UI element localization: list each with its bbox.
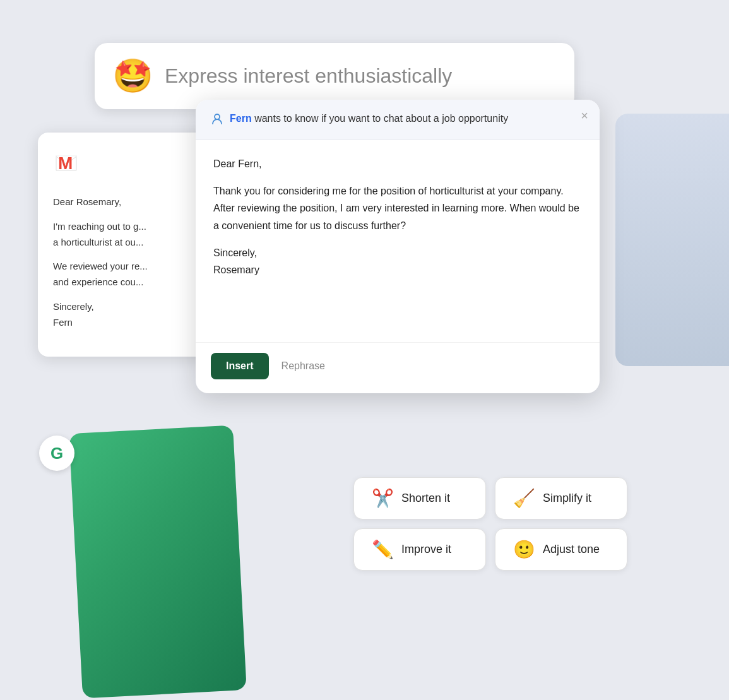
rephrase-button[interactable]: Rephrase bbox=[282, 360, 325, 372]
broom-icon: 🧹 bbox=[513, 488, 535, 509]
fern-name: Fern bbox=[230, 113, 252, 124]
action-buttons-container: ✂️ Shorten it 🧹 Simplify it ✏️ Improve i… bbox=[353, 477, 627, 571]
gmail-body-text: Dear Rosemary, I'm reaching out to g...a… bbox=[53, 194, 206, 330]
email-closing: Sincerely, Rosemary bbox=[213, 244, 582, 278]
shorten-it-button[interactable]: ✂️ Shorten it bbox=[353, 477, 486, 519]
excited-emoji-icon: 🤩 bbox=[112, 57, 153, 95]
fern-message: Fern wants to know if you want to chat a… bbox=[230, 111, 508, 126]
improve-it-button[interactable]: ✏️ Improve it bbox=[353, 528, 486, 571]
email-footer: Insert Rephrase bbox=[196, 342, 600, 393]
smiley-icon: 🙂 bbox=[513, 539, 535, 560]
gmail-logo-icon: M bbox=[53, 150, 206, 183]
adjust-tone-button[interactable]: 🙂 Adjust tone bbox=[495, 528, 627, 571]
grammarly-bg-card bbox=[69, 425, 247, 698]
scissors-icon: ✂️ bbox=[372, 488, 394, 509]
action-row-2: ✏️ Improve it 🙂 Adjust tone bbox=[353, 528, 627, 571]
shorten-it-label: Shorten it bbox=[401, 492, 450, 505]
insert-button[interactable]: Insert bbox=[211, 353, 269, 379]
email-greeting: Dear Fern, bbox=[213, 155, 582, 172]
close-button[interactable]: × bbox=[581, 109, 588, 123]
sparkle-pencil-icon: ✏️ bbox=[372, 539, 394, 560]
main-reply-card: × Fern wants to know if you want to chat… bbox=[196, 100, 600, 393]
action-row-1: ✂️ Shorten it 🧹 Simplify it bbox=[353, 477, 627, 519]
gmail-card: M Dear Rosemary, I'm reaching out to g..… bbox=[38, 133, 221, 357]
simplify-it-button[interactable]: 🧹 Simplify it bbox=[495, 477, 627, 519]
fern-banner: Fern wants to know if you want to chat a… bbox=[196, 100, 600, 140]
person-icon bbox=[211, 112, 223, 128]
svg-point-2 bbox=[215, 114, 220, 119]
email-body: Dear Fern, Thank you for considering me … bbox=[196, 140, 600, 342]
background-decoration bbox=[615, 114, 729, 366]
improve-it-label: Improve it bbox=[401, 543, 451, 556]
fern-message-text: wants to know if you want to chat about … bbox=[254, 113, 508, 124]
express-interest-title: Express interest enthusiastically bbox=[165, 64, 452, 88]
grammarly-logo: G bbox=[39, 436, 74, 471]
adjust-tone-label: Adjust tone bbox=[543, 543, 600, 556]
email-paragraph: Thank you for considering me for the pos… bbox=[213, 182, 582, 234]
simplify-it-label: Simplify it bbox=[543, 492, 591, 505]
svg-text:M: M bbox=[58, 153, 73, 173]
grammarly-g-icon: G bbox=[50, 444, 63, 463]
